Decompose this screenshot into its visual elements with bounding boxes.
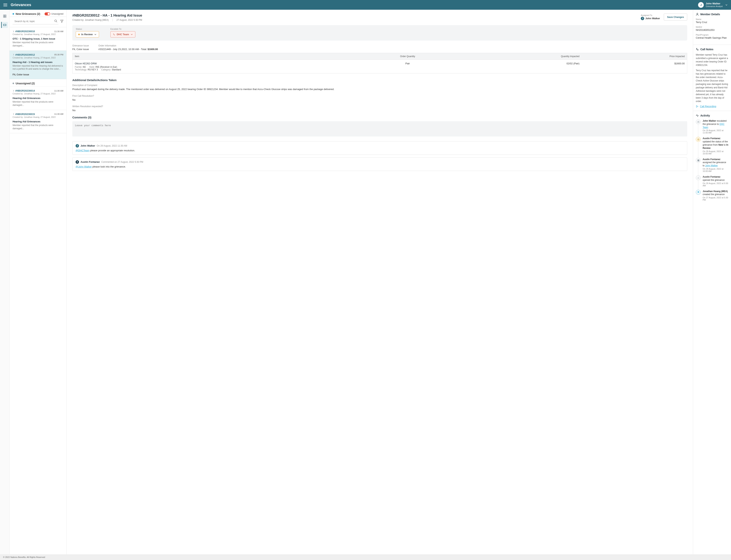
grievance-detail: #NBGR20230012 - HA - 1 Hearing Aid Issue… — [67, 10, 693, 554]
svg-line-8 — [56, 22, 57, 22]
user-role: Grievance Analyst — [706, 5, 723, 7]
items-table: Item Order Quantity Quantity Impacted Pr… — [72, 53, 687, 73]
flag-icon: ⚑ — [696, 190, 701, 195]
svg-rect-4 — [3, 24, 6, 26]
table-row: Oticon KE262-DRW Family: KE Style: RIE (… — [73, 60, 687, 73]
status-dot-icon — [78, 34, 80, 35]
avatar: J — [76, 144, 79, 148]
call-recording-link[interactable]: Call Recording — [696, 105, 728, 108]
chevron-right-icon — [13, 54, 14, 56]
status-dot-icon — [13, 13, 14, 15]
comment-item: A Austin Fontanez Commented on 27 August… — [72, 157, 687, 171]
list-header: New Grievances (2) Unassigned — [10, 10, 66, 17]
right-panel: Member Details NameTerry Cruz NHID#NH201… — [693, 10, 731, 554]
unassigned-toggle[interactable] — [45, 12, 50, 15]
search-input[interactable] — [13, 18, 58, 24]
svg-rect-1 — [5, 15, 6, 16]
activity-item: ⚑ Jonathan Huang (MEA) created the griev… — [696, 190, 728, 201]
footer: © 2022 Nations Benefits. All Rights Rese… — [0, 554, 731, 560]
play-icon — [696, 105, 698, 108]
status-dot-icon — [13, 83, 14, 84]
status-bar: Status: In Review Escalate To: DHC Team — [72, 25, 687, 41]
lock-icon: ⌂ — [696, 175, 701, 180]
grievance-card[interactable]: #NBGR20230010 11:30 AM Created by: Jonat… — [10, 27, 66, 51]
activity-item: ⌂ Austin Fontanez opened the grievance O… — [696, 175, 728, 187]
grievances-icon[interactable] — [1, 22, 8, 28]
detail-title: #NBGR20230012 - HA - 1 Hearing Aid Issue — [72, 14, 142, 18]
dashboard-icon[interactable] — [2, 13, 8, 19]
phone-icon — [696, 48, 699, 51]
comment-item: J John Walker On 29 August, 2022 11:30 A… — [72, 141, 687, 155]
mention-link[interactable]: @DHCTeam — [76, 149, 89, 152]
note-icon: ▤ — [696, 137, 701, 142]
section-unassigned: Unassigned (2) — [10, 79, 66, 87]
app-title: Grievances — [11, 3, 31, 7]
svg-rect-3 — [5, 16, 6, 18]
chevron-right-icon — [13, 30, 14, 32]
activity-link[interactable]: John Walker — [705, 164, 718, 167]
activity-item: ▤ Austin Fontanez updated the status of … — [696, 137, 728, 155]
phone-forward-icon — [113, 33, 115, 36]
topbar: Grievances J John Walker Grievance Analy… — [0, 0, 731, 10]
chevron-down-icon — [131, 33, 133, 36]
svg-point-9 — [697, 13, 698, 14]
search-row — [10, 17, 66, 27]
toggle-label: Unassigned — [51, 13, 63, 15]
activity-item: ◷ John Walker escalated the grievance to… — [696, 119, 728, 134]
save-button[interactable]: Save Changes — [664, 14, 687, 21]
list-title: New Grievances (2) — [16, 12, 40, 15]
status-dropdown[interactable]: In Review — [76, 31, 99, 37]
clock-icon: ◷ — [696, 119, 701, 124]
assigned-user[interactable]: J John Walker — [641, 17, 660, 20]
svg-point-7 — [55, 20, 57, 22]
svg-rect-2 — [3, 16, 5, 18]
activity-icon — [696, 114, 699, 117]
chevron-down-icon — [725, 4, 728, 6]
grievance-card[interactable]: #NBGR20230015 11:30 AM Created by: Jonat… — [10, 110, 66, 133]
nav-rail — [0, 10, 10, 554]
chevron-right-icon — [13, 90, 14, 92]
svg-rect-0 — [3, 15, 5, 16]
grievance-card[interactable]: #NBGR20230014 11:30 AM Created by: Jonat… — [10, 87, 66, 110]
user-name: John Walker — [706, 2, 723, 5]
mention-link[interactable]: @John Walker — [76, 165, 92, 168]
menu-icon[interactable] — [3, 4, 7, 6]
chevron-right-icon — [13, 113, 14, 115]
grievance-card-selected[interactable]: #NBGR20230012 05:30 PM Created by: Jonat… — [10, 51, 66, 79]
search-icon — [54, 19, 57, 22]
comment-input[interactable] — [72, 121, 687, 136]
avatar: J — [698, 2, 704, 8]
grievance-list: New Grievances (2) Unassigned #NBGR20230… — [10, 10, 67, 554]
user-menu[interactable]: J John Walker Grievance Analyst — [698, 2, 728, 8]
activity-item: ▦ Austin Fontanez assigned the grievance… — [696, 158, 728, 172]
avatar: A — [76, 160, 79, 164]
calendar-icon: ▦ — [696, 158, 701, 163]
chevron-down-icon — [94, 33, 97, 36]
escalate-dropdown[interactable]: DHC Team — [110, 31, 135, 37]
user-icon — [696, 13, 699, 16]
avatar: J — [641, 17, 644, 20]
filter-icon[interactable] — [60, 20, 63, 23]
